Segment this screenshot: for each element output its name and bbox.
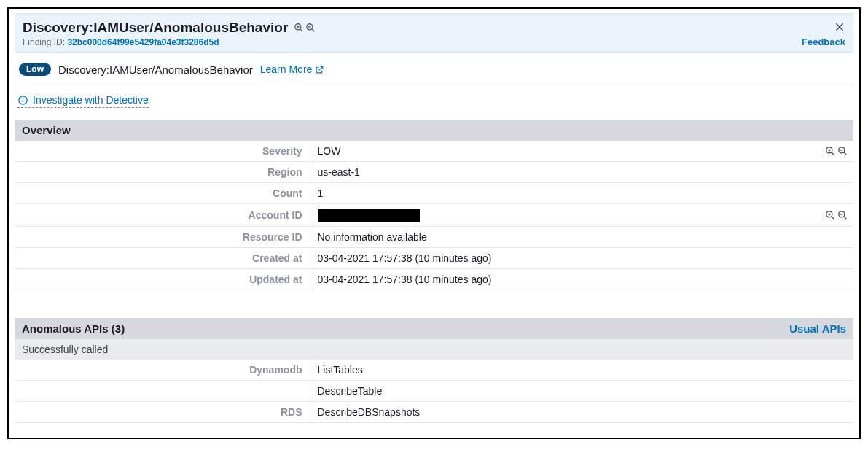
svg-point-11 [23,98,23,98]
row-value: ListTables [310,360,853,381]
row-label: Updated at [15,269,310,290]
anomalous-header: Anomalous APIs (3) Usual APIs [15,318,853,339]
finding-id-row: Finding ID: 32bc000d64f99e5429fa04e3f328… [23,37,845,47]
learn-more-label: Learn More [260,63,313,75]
finding-type-row: Low Discovery:IAMUser/AnomalousBehavior … [15,53,853,85]
anomalous-table: Dynamodb ListTables DescribeTable RDS De… [15,360,853,423]
row-zoom-icons[interactable] [825,210,848,220]
row-value: 03-04-2021 17:57:38 (10 minutes ago) [310,269,853,290]
finding-type-text: Discovery:IAMUser/AnomalousBehavior [58,63,253,76]
severity-pill: Low [19,63,51,76]
svg-line-1 [300,29,302,31]
row-value: 1 [310,183,853,204]
feedback-link[interactable]: Feedback [802,36,845,47]
info-icon [17,95,28,106]
table-row: Created at 03-04-2021 17:57:38 (10 minut… [15,248,853,269]
anomalous-section: Anomalous APIs (3) Usual APIs Successful… [15,318,853,423]
svg-line-24 [844,217,846,219]
anomalous-title: Anomalous APIs (3) [22,322,125,335]
usual-apis-link[interactable]: Usual APIs [789,322,846,335]
row-label [15,381,310,402]
overview-title: Overview [22,124,71,136]
row-label: Severity [15,141,310,162]
zoom-in-icon[interactable] [825,146,835,156]
row-label: Region [15,162,310,183]
svg-line-17 [844,152,846,155]
zoom-in-icon[interactable] [294,23,304,33]
row-value: us-east-1 [310,162,853,183]
zoom-out-icon[interactable] [837,210,848,220]
row-label: Account ID [15,204,310,227]
anomalous-subheader: Successfully called [15,339,853,360]
table-row: Severity LOW [15,141,853,162]
close-button[interactable] [834,21,845,35]
finding-title: Discovery:IAMUser/AnomalousBehavior [23,20,288,36]
finding-header: Discovery:IAMUser/AnomalousBehavior Find… [15,13,853,53]
overview-section: Overview Severity LOW Region us-east-1 C… [15,120,853,290]
investigate-link[interactable]: Investigate with Detective [17,94,149,108]
svg-line-13 [832,152,834,155]
table-row: Region us-east-1 [15,162,853,183]
svg-line-5 [312,29,314,31]
zoom-out-icon[interactable] [305,23,316,33]
svg-line-20 [832,217,834,219]
table-row: Resource ID No information available [15,227,853,248]
row-label: RDS [15,402,310,423]
learn-more-link[interactable]: Learn More [260,63,325,75]
zoom-in-icon[interactable] [825,210,835,220]
overview-table: Severity LOW Region us-east-1 Count 1 Ac… [15,141,853,290]
investigate-label: Investigate with Detective [33,94,149,106]
row-label: Created at [15,248,310,269]
table-row: Dynamodb ListTables [15,360,853,381]
row-value [310,204,853,227]
close-icon [834,21,845,33]
row-value: LOW [310,141,853,162]
table-row: Count 1 [15,183,853,204]
overview-header: Overview [15,120,853,141]
row-value: No information available [310,227,853,248]
row-value: DescribeTable [310,381,853,402]
table-row: Account ID [15,204,853,227]
finding-id-label: Finding ID: [23,37,65,47]
external-link-icon [315,65,324,74]
zoom-out-icon[interactable] [837,146,848,156]
row-zoom-icons[interactable] [825,146,848,156]
row-label: Dynamodb [15,360,310,381]
header-zoom-icons[interactable] [294,23,316,33]
row-label: Resource ID [15,227,310,248]
table-row: RDS DescribeDBSnapshots [15,402,853,423]
table-row: Updated at 03-04-2021 17:57:38 (10 minut… [15,269,853,290]
row-value: 03-04-2021 17:57:38 (10 minutes ago) [310,248,853,269]
row-label: Count [15,183,310,204]
redacted-account-id [318,209,420,222]
table-row: DescribeTable [15,381,853,402]
finding-id-link[interactable]: 32bc000d64f99e5429fa04e3f3286d5d [67,37,219,47]
row-value: DescribeDBSnapshots [310,402,853,423]
